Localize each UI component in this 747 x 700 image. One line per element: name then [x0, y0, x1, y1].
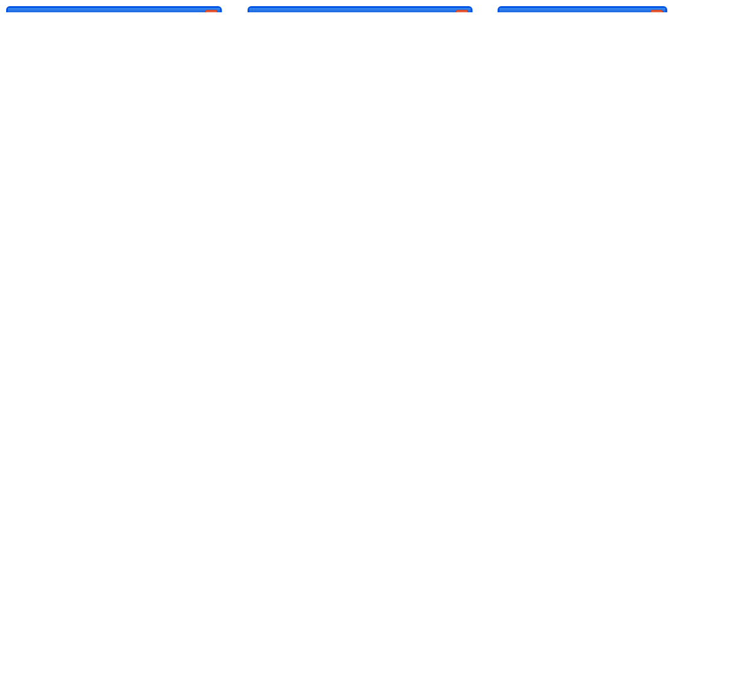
titlebar: Edit Expression ✕	[499, 8, 665, 12]
titlebar: Edit Worksheet Properties ✕	[8, 8, 220, 12]
close-icon[interactable]: ✕	[205, 10, 217, 12]
close-icon[interactable]: ✕	[651, 10, 663, 12]
binding-picker-dialog: Select Binding ✕ Page Definition: ExcelP…	[248, 6, 472, 12]
titlebar: Select Binding ✕	[249, 8, 471, 12]
property-inspector-dialog: Edit Worksheet Properties ✕ Edit the pro…	[6, 6, 222, 12]
expression-builder-dialog: Edit Expression ✕ Expression: ↶ ↷ ✎ ◆ In…	[498, 6, 667, 12]
close-icon[interactable]: ✕	[456, 10, 468, 12]
